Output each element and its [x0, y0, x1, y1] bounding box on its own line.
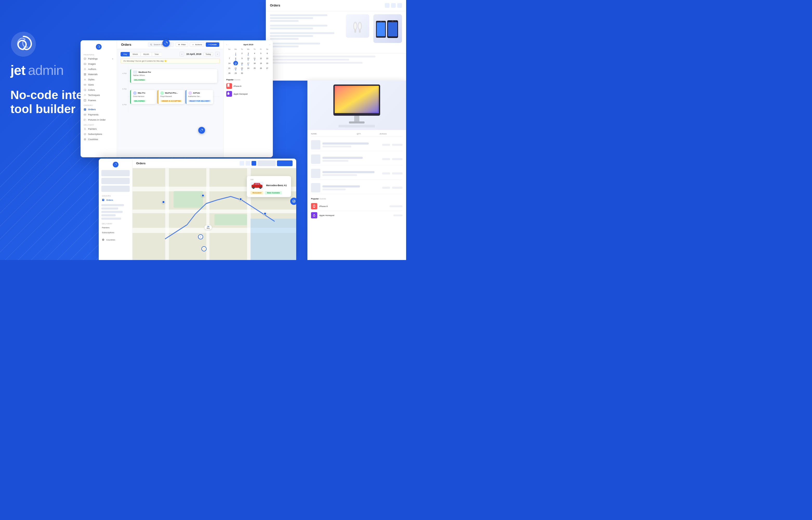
- sidebar-item-pictures-in-order[interactable]: Pictures in Order: [81, 117, 117, 123]
- floyd-avatar: [160, 91, 164, 95]
- map-icon-1[interactable]: [240, 161, 244, 165]
- sidebar-label-sizes: Sizes: [88, 83, 94, 86]
- sidebar-item-paintings[interactable]: Paintings ▼: [81, 56, 117, 61]
- map-sidebar-subscriptions[interactable]: Subscriptions: [99, 230, 132, 235]
- cal-day-10[interactable]: 10: [246, 56, 251, 60]
- time-labels: 4 PM 5 PM 6 PM: [120, 66, 128, 112]
- next-date-button[interactable]: ›: [215, 52, 220, 56]
- cal-day-7[interactable]: 7: [227, 56, 232, 60]
- cal-day-23[interactable]: 23: [240, 66, 244, 71]
- map-search-skeleton[interactable]: [257, 160, 276, 166]
- map-sidebar-painters[interactable]: Painters: [99, 225, 132, 230]
- cal-day-28[interactable]: 28: [227, 71, 232, 75]
- cal-day-12[interactable]: 12: [258, 56, 263, 60]
- cal-day-17[interactable]: 17: [246, 61, 251, 66]
- sidebar-item-techniques[interactable]: Techniques: [81, 93, 117, 98]
- map-sidebar-orders[interactable]: Orders: [99, 197, 132, 203]
- cal-next-button[interactable]: ›: [270, 44, 270, 46]
- connector-map-icon: [200, 129, 203, 132]
- admin-sidebar: PAINTERS Paintings ▼ Images Authors Mate…: [81, 40, 117, 157]
- cal-day-3[interactable]: 3: [246, 51, 251, 56]
- cal-day-9[interactable]: 9: [240, 56, 244, 60]
- sidebar-item-colors[interactable]: Colors: [81, 87, 117, 93]
- sidebar-item-painters[interactable]: Painters: [81, 126, 117, 132]
- map-view: 28 Way NW: [133, 168, 296, 260]
- cal-day-6[interactable]: 6: [265, 51, 270, 56]
- cal-day-29[interactable]: 29: [233, 71, 238, 75]
- cal-day-1[interactable]: 1: [233, 51, 238, 56]
- map-sidebar-countries[interactable]: Countries: [99, 237, 132, 242]
- time-4pm: 4 PM: [120, 73, 128, 74]
- list-view-icon[interactable]: [391, 3, 396, 8]
- car-relocated-button[interactable]: Relocated: [251, 191, 263, 194]
- car-make-available-button[interactable]: Make Available: [265, 191, 282, 194]
- sidebar-item-styles[interactable]: Styles: [81, 77, 117, 82]
- svg-rect-23: [377, 22, 385, 36]
- filter-button[interactable]: Filter: [176, 43, 188, 47]
- prev-date-button[interactable]: ‹: [179, 52, 184, 56]
- cal-day-21[interactable]: 21: [227, 66, 232, 71]
- cal-prev-button[interactable]: ‹: [226, 44, 227, 46]
- right-list-row-4: [311, 182, 402, 194]
- sidebar-logo-icon: [97, 45, 100, 48]
- airpods-product-image: [346, 14, 369, 38]
- today-button[interactable]: Today: [203, 52, 213, 56]
- user-icon: [84, 68, 86, 71]
- cal-day-18[interactable]: 18: [252, 61, 257, 66]
- sidebar-item-payments[interactable]: Payments: [81, 112, 117, 117]
- map-countries-label: [99, 235, 132, 237]
- sidebar-item-subscriptions[interactable]: Subscriptions: [81, 132, 117, 137]
- cal-day-5[interactable]: 5: [258, 51, 263, 56]
- tab-year[interactable]: Year: [152, 52, 161, 56]
- cal-day-14[interactable]: 14: [227, 61, 232, 66]
- cal-day-25[interactable]: 25: [252, 66, 257, 71]
- map-create-btn-skeleton[interactable]: [277, 160, 292, 166]
- cal-day-26[interactable]: 26: [258, 66, 263, 71]
- cal-day-4[interactable]: 4: [252, 51, 257, 56]
- create-button[interactable]: + Create: [206, 43, 219, 47]
- cal-day-2[interactable]: 2: [240, 51, 244, 56]
- cal-day-19[interactable]: 19: [258, 61, 263, 66]
- cal-day-30[interactable]: 30: [240, 71, 244, 75]
- tab-week[interactable]: Week: [130, 52, 140, 56]
- more-options-icon[interactable]: [397, 3, 402, 8]
- cal-day-16[interactable]: 16: [240, 61, 244, 66]
- sidebar-item-sizes[interactable]: Sizes: [81, 82, 117, 87]
- sidebar-item-authors[interactable]: Authors: [81, 67, 117, 72]
- waypoint-street: Way: [206, 228, 210, 229]
- cal-day-11[interactable]: 11: [252, 56, 257, 60]
- image-icon: [84, 63, 86, 65]
- cal-day-22[interactable]: 22: [233, 66, 238, 71]
- event-macbook-pro[interactable]: MacBook Pro Nathan Wilson DELIVERED: [130, 69, 217, 83]
- sidebar-item-countries[interactable]: Countries: [81, 137, 117, 142]
- cal-day-20[interactable]: 20: [265, 61, 270, 66]
- person-avatar-1: [199, 235, 202, 238]
- orders-main-content: Day Week Month Year ‹ 15 April, 2019 Tod…: [117, 49, 223, 157]
- map-icon-2[interactable]: [246, 161, 250, 165]
- sidebar-label-paintings: Paintings: [88, 57, 98, 60]
- cal-day-15-today[interactable]: 15: [233, 61, 238, 66]
- sidebar-item-orders[interactable]: Orders: [81, 107, 117, 112]
- sidebar-item-frames[interactable]: Frames: [81, 98, 117, 103]
- cal-day-8[interactable]: 8: [233, 56, 238, 60]
- iphone-cal-thumb: [226, 83, 232, 89]
- sidebar-item-materials[interactable]: Materials: [81, 72, 117, 77]
- search-box[interactable]: [148, 43, 174, 47]
- tab-day[interactable]: Day: [120, 52, 130, 56]
- svg-point-21: [359, 23, 361, 29]
- brand-admin: admin: [28, 62, 64, 78]
- svg-point-74: [150, 44, 152, 45]
- cal-day-13[interactable]: 13: [265, 56, 270, 60]
- actions-button[interactable]: Actions: [190, 43, 204, 47]
- event-imac-pro[interactable]: iMac Pro Cora Harrison DELIVERED: [130, 90, 156, 104]
- cal-day-27[interactable]: 27: [265, 66, 270, 71]
- grid-view-icon[interactable]: [385, 3, 390, 8]
- sidebar-item-images[interactable]: Images: [81, 61, 117, 67]
- svg-point-80: [228, 86, 229, 87]
- cal-we: We: [245, 48, 251, 51]
- tab-month[interactable]: Month: [141, 52, 152, 56]
- event-macpad[interactable]: MacPad iPho... Floyd Maxwell ORDER IS AC…: [158, 90, 184, 104]
- cal-day-24[interactable]: 24: [246, 66, 251, 71]
- map-icon-3[interactable]: [252, 161, 256, 165]
- event-airpods[interactable]: AirPods Katherine Gar... READY FOR DELIV…: [186, 90, 213, 104]
